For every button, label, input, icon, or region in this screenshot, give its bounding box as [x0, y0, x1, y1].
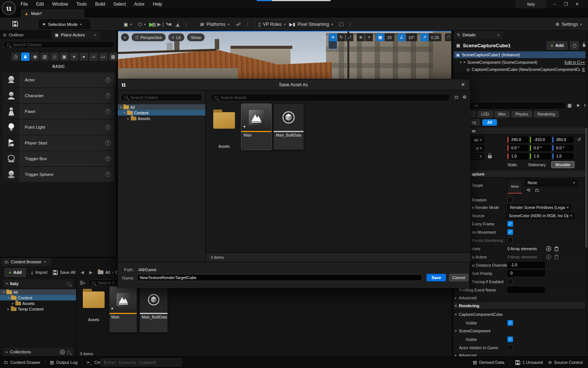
save-level-button[interactable]	[12, 21, 18, 27]
menu-actor[interactable]: Actor	[134, 2, 145, 7]
multi-user-options-icon[interactable]: ⋮	[245, 21, 250, 27]
capture-section-header[interactable]: apture	[453, 171, 587, 178]
source-header[interactable]: ▾Italy	[3, 279, 73, 288]
blueprints-button[interactable]: ⬡▾	[138, 22, 146, 27]
render-mode-dropdown[interactable]: Render Scene Primitives (Legacy)▾	[507, 204, 571, 211]
back-button[interactable]: ◀	[81, 270, 84, 275]
target-dropdown[interactable]: None▾	[525, 179, 578, 186]
forward-button[interactable]: ▶	[89, 270, 93, 275]
pixel-streaming-dropdown[interactable]: ▶▮Pixel Streaming▾	[289, 20, 333, 29]
every-frame-checkbox[interactable]	[507, 221, 513, 227]
world-coords-icon[interactable]: ⊕	[357, 33, 365, 41]
blueprint-convert-icon[interactable]: ⬡	[570, 41, 579, 50]
scale-z[interactable]: 1.0	[552, 153, 573, 159]
category-volumes-icon[interactable]: ◇	[50, 53, 59, 61]
visible-checkbox-2[interactable]	[507, 336, 513, 342]
filter-chip-rendering[interactable]: Rendering	[534, 111, 559, 117]
cb-asset-main[interactable]: * Main	[109, 287, 137, 332]
scale-snap-icon[interactable]: ↗	[420, 33, 428, 41]
close-tab-icon[interactable]: ×	[497, 33, 500, 37]
add-component-button[interactable]: +Add	[547, 41, 567, 50]
details-tab[interactable]: ✎ Details ×	[454, 31, 503, 39]
place-item-point-light[interactable]: Point Light ?	[3, 120, 114, 135]
capturecomponentcube-group[interactable]: ▾CaptureComponentCube	[455, 311, 503, 318]
location-y[interactable]: -310.0	[530, 137, 551, 143]
place-item-character[interactable]: Character ?	[3, 88, 114, 103]
dlg-tree-content[interactable]: ▾Content	[118, 110, 205, 116]
console-command-input[interactable]: Enter Console Command	[100, 359, 182, 366]
search-assets-input[interactable]: Search Assets	[211, 94, 450, 101]
selection-mode-dropdown[interactable]: ➤ Selection Mode ▾	[39, 20, 90, 29]
search-classes-input[interactable]: Search Classes	[3, 41, 114, 48]
cb-tree-temp[interactable]: ▸Temp Content	[0, 306, 43, 312]
on-movement-checkbox[interactable]	[507, 229, 513, 235]
grid-snap-value[interactable]: 10	[385, 33, 394, 41]
import-button[interactable]: ⤓Import	[31, 270, 48, 275]
tab-outliner[interactable]: ≣ Outliner	[0, 31, 51, 39]
details-search-input[interactable]: ch	[455, 102, 566, 110]
search-folders-input[interactable]: Search Folders	[121, 94, 202, 101]
edit-link-truncated[interactable]: E	[582, 67, 585, 72]
dlg-folder-view-icon[interactable]: 🗀	[454, 95, 459, 100]
close-tab-icon[interactable]: ×	[94, 33, 96, 37]
lit-dropdown[interactable]: ◐Lit	[168, 33, 184, 41]
filter-chip-physics[interactable]: Physics	[512, 111, 532, 117]
rotation-y[interactable]: 0.0 °	[530, 145, 551, 151]
rendering-section-header[interactable]: ▾Rendering	[453, 302, 587, 309]
unsaved-button[interactable]: 1 Unsaved	[515, 360, 543, 365]
dlg-tree-assets[interactable]: ▸Assets	[118, 116, 205, 121]
add-actor-button[interactable]: ▣+▾	[124, 21, 132, 28]
tracing-checkbox[interactable]	[507, 279, 513, 284]
location-x[interactable]: 240.0	[507, 137, 528, 143]
menu-edit[interactable]: Edit	[36, 2, 44, 7]
favorites-icon[interactable]: ★	[576, 103, 580, 108]
trash-icon[interactable]	[554, 246, 559, 251]
help-icon[interactable]: ?	[105, 93, 111, 98]
cb-tree-assets[interactable]: ▸Assets	[0, 300, 35, 306]
cb-search-input[interactable]: Search C	[88, 279, 120, 286]
viewport-menu-icon[interactable]: ≡	[121, 33, 129, 41]
profiling-event-input[interactable]	[507, 287, 545, 293]
visible-checkbox-1[interactable]	[507, 320, 513, 326]
scale-y[interactable]: 1.0	[530, 153, 551, 159]
cb-tree-content[interactable]: ▾Content	[0, 295, 76, 300]
add-collection-icon[interactable]	[60, 350, 65, 354]
dlg-asset-main[interactable]: * Main	[241, 104, 271, 150]
ue-logo[interactable]: u	[2, 1, 16, 15]
search-collections-icon[interactable]	[67, 350, 70, 354]
scenecomponent-group[interactable]: ▾SceneComponent	[455, 327, 491, 335]
close-tab-icon[interactable]: ×	[44, 260, 46, 264]
component-row-scenecomponent[interactable]: ▾⌖ SceneComponent (SceneComponent) Edit …	[454, 59, 587, 66]
output-log-button[interactable]: ▤Output Log	[50, 360, 78, 365]
cb-asset-main-builtdata[interactable]: Main_BuiltData	[140, 287, 168, 332]
menu-window[interactable]: Window	[52, 2, 68, 7]
eject-button[interactable]: ▲	[175, 22, 180, 27]
place-item-actor[interactable]: Actor ?	[3, 72, 114, 87]
rotation-snap-icon[interactable]: ∠	[398, 33, 405, 41]
content-drawer-button[interactable]: 🗀Content Drawer	[4, 360, 40, 365]
mobility-movable[interactable]: Movable	[551, 161, 575, 168]
surface-snap-icon[interactable]: ⌖	[365, 33, 373, 41]
place-item-trigger-box[interactable]: Trigger Box ?	[3, 151, 114, 166]
derived-data-button[interactable]: ▤Derived Data	[473, 360, 504, 365]
dlg-asset-folder[interactable]: Assets	[211, 105, 238, 150]
show-dropdown[interactable]: Show	[187, 33, 205, 41]
location-z[interactable]: 350.0	[552, 137, 573, 143]
target-thumbnail[interactable]: None	[507, 179, 522, 194]
minimize-button[interactable]: –	[549, 2, 560, 7]
place-item-trigger-sphere[interactable]: Trigger Sphere ?	[3, 167, 114, 182]
cb-splitter[interactable]	[76, 277, 77, 357]
category-vfx-icon[interactable]: ∗	[70, 53, 78, 61]
cb-asset-folder[interactable]: Assets	[82, 288, 106, 330]
rotation-x[interactable]: 0.0 °	[507, 145, 528, 151]
filter-chip-all[interactable]: All	[482, 119, 497, 126]
save-button[interactable]: Save	[426, 274, 446, 281]
place-item-player-start[interactable]: Player Start ?	[3, 135, 114, 150]
edit-in-cpp-link[interactable]: Edit in C++	[565, 60, 585, 65]
help-icon[interactable]: ?	[105, 156, 111, 161]
use-selected-icon[interactable]: ⟲	[527, 188, 530, 193]
category-basic-icon[interactable]: ♟	[21, 53, 30, 61]
category-panel-icon[interactable]: ▭	[99, 53, 108, 61]
dlg-settings-icon[interactable]: ⚙	[462, 95, 467, 100]
save-all-button[interactable]: Save All	[53, 270, 76, 275]
